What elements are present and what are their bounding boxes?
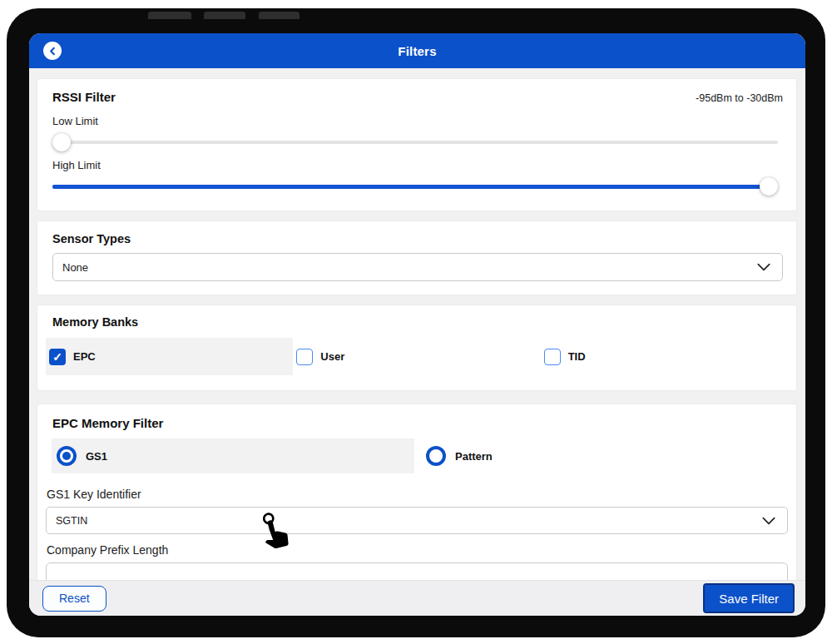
gs1-key-identifier-value: SGTIN: [56, 515, 87, 527]
rssi-filter-section: RSSI Filter -95dBm to -30dBm Low Limit H…: [37, 79, 796, 211]
save-filter-button[interactable]: Save Filter: [703, 583, 795, 613]
gs1-key-identifier-dropdown[interactable]: SGTIN: [46, 507, 788, 534]
header-bar: Filters: [29, 33, 805, 68]
low-limit-handle[interactable]: [52, 133, 71, 151]
sensor-types-dropdown[interactable]: None: [52, 253, 783, 281]
page-title: Filters: [398, 44, 436, 58]
sensor-types-value: None: [62, 261, 88, 274]
radio-option-gs1[interactable]: GS1: [52, 438, 414, 473]
device-button-3: [259, 12, 300, 19]
app-screen: Filters RSSI Filter -95dBm to -30dBm Low…: [29, 33, 805, 616]
sensor-types-title: Sensor Types: [52, 232, 783, 245]
back-button[interactable]: [43, 42, 62, 60]
chevron-down-icon: [757, 263, 770, 271]
high-limit-handle[interactable]: [760, 177, 778, 196]
checkbox-unchecked-icon[interactable]: [544, 349, 561, 365]
checkbox-option-user[interactable]: User: [293, 338, 540, 375]
device-button-2: [204, 12, 245, 19]
high-limit-label: High Limit: [52, 159, 783, 171]
high-limit-track[interactable]: [52, 185, 770, 189]
low-limit-track[interactable]: [52, 141, 778, 144]
chevron-left-icon: [48, 47, 57, 56]
radio-option-pattern[interactable]: Pattern: [426, 446, 493, 466]
memory-banks-options: ✓ EPC User TID: [46, 338, 788, 375]
high-limit-slider[interactable]: [52, 177, 783, 196]
rssi-filter-title: RSSI Filter: [52, 90, 116, 104]
epc-memory-filter-title: EPC Memory Filter: [52, 416, 796, 430]
rssi-range-value: -95dBm to -30dBm: [696, 92, 783, 104]
low-limit-label: Low Limit: [52, 115, 783, 127]
memory-banks-title: Memory Banks: [52, 315, 796, 329]
checkbox-option-epc[interactable]: ✓ EPC: [46, 338, 293, 375]
checkbox-label: TID: [568, 350, 586, 363]
epc-filter-options: GS1 Pattern: [52, 438, 788, 473]
checkbox-checked-icon[interactable]: ✓: [49, 349, 66, 365]
memory-banks-section: Memory Banks ✓ EPC User TID: [37, 305, 796, 390]
radio-label: Pattern: [455, 450, 493, 463]
checkbox-label: User: [320, 350, 344, 363]
company-prefix-length-label: Company Prefix Length: [47, 543, 796, 557]
epc-memory-filter-section: EPC Memory Filter GS1 Pattern GS1 Key Id…: [37, 404, 796, 596]
footer-bar: Reset Save Filter: [29, 580, 805, 616]
radio-selected-icon[interactable]: [57, 446, 77, 466]
radio-unselected-icon[interactable]: [426, 446, 446, 466]
low-limit-slider[interactable]: [52, 133, 783, 151]
reset-button[interactable]: Reset: [42, 586, 106, 612]
chevron-down-icon: [762, 517, 775, 525]
checkbox-unchecked-icon[interactable]: [296, 349, 313, 365]
checkbox-label: EPC: [73, 350, 96, 363]
sensor-types-section: Sensor Types None: [37, 221, 796, 295]
checkbox-option-tid[interactable]: TID: [541, 338, 788, 375]
page: Filters RSSI Filter -95dBm to -30dBm Low…: [0, 0, 832, 644]
gs1-key-identifier-label: GS1 Key Identifier: [47, 488, 796, 501]
radio-label: GS1: [86, 450, 107, 463]
device-button-1: [148, 12, 191, 19]
